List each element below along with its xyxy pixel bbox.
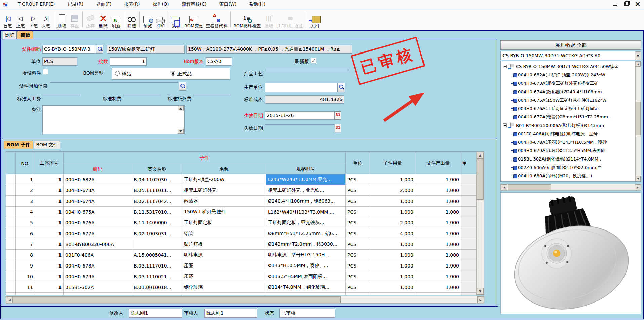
header-output[interactable]: 父件产出量: [415, 152, 461, 174]
table-row[interactable]: 11 1 015BL-302A B.01.0010018... 钢化玻璃 Ø11…: [6, 282, 477, 293]
cell-output[interactable]: 1.000: [415, 196, 461, 207]
cell-code[interactable]: 004H0-674A: [64, 196, 132, 207]
cell-spec[interactable]: Φ143*H10.5MM，喷砂、...: [266, 260, 346, 271]
cell-unit[interactable]: PCS: [346, 174, 370, 185]
cell-name[interactable]: 150W工矿灯悬挂件: [182, 207, 266, 217]
row-selector-cell[interactable]: [6, 239, 16, 250]
std-outsource-input[interactable]: [193, 95, 231, 95]
row-selector-cell[interactable]: [6, 196, 16, 207]
tree-vertical-scrollbar[interactable]: ▲ ▼: [635, 61, 641, 181]
cell-en-name[interactable]: B.02.1003031...: [132, 228, 182, 239]
cell-en-name[interactable]: B.03.1117010...: [132, 260, 182, 271]
production-unit-lookup-icon[interactable]: [337, 83, 345, 92]
toolbar-button[interactable]: [1.审核].通过: [275, 10, 304, 29]
menu-item[interactable]: 报表(R): [118, 0, 147, 9]
cell-en-name[interactable]: [132, 239, 182, 250]
std-overhead-input[interactable]: [123, 95, 160, 95]
tree-item[interactable]: − + 004H0-674A(散热器)(Ø240.4*H108mm，: [501, 87, 641, 96]
table-row[interactable]: 8 1 001F0-406A A.15.0005041... 明纬电源 明纬电源…: [6, 250, 477, 260]
row-selector-cell[interactable]: [6, 293, 16, 296]
cell-qty[interactable]: 2.000: [370, 185, 415, 196]
tree-item[interactable]: − + 002Z0-606A(硅胶圈)(Φ110*Φ2.0mm,白: [501, 163, 641, 172]
cell-seq[interactable]: 1: [35, 293, 64, 296]
tree-collapse-icon[interactable]: −: [503, 65, 507, 68]
toolbar-button[interactable]: 刷新: [110, 10, 122, 29]
cell-en-name[interactable]: B.12.854...: [132, 293, 182, 296]
effective-date-calendar-icon[interactable]: 31: [335, 111, 341, 120]
toolbar-button[interactable]: 新增: [55, 10, 68, 29]
cell-seq[interactable]: 1: [35, 250, 64, 260]
cell-output[interactable]: 1.000: [415, 260, 461, 271]
cell-qty[interactable]: 1.000: [370, 239, 415, 250]
cell-code[interactable]: 001F0-406A: [64, 250, 132, 260]
header-name[interactable]: 名称: [182, 164, 266, 174]
tree-item[interactable]: − + B01-BYB00330-006A(贴片灯板)(Ø143mm: [501, 121, 641, 130]
row-selector-cell[interactable]: [6, 260, 16, 271]
cell-qty[interactable]: 1.000: [370, 271, 415, 282]
toolbar-button[interactable]: 首笔: [1, 10, 14, 29]
cell-spec[interactable]: 明纬电源，型号HLG-150H...: [266, 250, 346, 260]
row-selector-cell[interactable]: [6, 207, 16, 217]
cell-output[interactable]: 1.000: [415, 271, 461, 282]
table-row[interactable]: 3 1 004H0-674A B.02.1117042... 散热器 Ø240.…: [6, 196, 477, 207]
expand-collapse-all-button[interactable]: 展开/收起 全部: [500, 40, 641, 50]
cell-code[interactable]: 002Z0-606A: [64, 293, 132, 296]
expiry-date-input[interactable]: [265, 124, 335, 125]
cell-code[interactable]: 004H0-676A: [64, 217, 132, 228]
cell-name[interactable]: 散热器: [182, 196, 266, 207]
table-row[interactable]: 12 1 002Z0-606A B.12.854... 硅胶圈 Φ110*Φ2.…: [6, 293, 477, 296]
toolbar-button[interactable]: 上笔: [14, 10, 27, 29]
cell-unit[interactable]: PCS: [346, 239, 370, 250]
scroll-thumb[interactable]: [508, 184, 551, 190]
cell-code[interactable]: 004H0-679A: [64, 271, 132, 282]
cell-output[interactable]: 1.000: [415, 250, 461, 260]
scroll-down-icon[interactable]: ▼: [477, 288, 484, 295]
remark-scroll-up-icon[interactable]: ▲: [178, 106, 184, 111]
cell-output[interactable]: 1.000: [415, 239, 461, 250]
scroll-right-icon[interactable]: ►: [635, 184, 641, 190]
cell-spec[interactable]: Ø114*T4.0MM，钢化玻璃...: [266, 282, 346, 293]
cell-code[interactable]: 004H0-675A: [64, 207, 132, 217]
bom-version-dropdown[interactable]: CS-BYB-O-150MW-30D71-WCTKG-A0:CS-A0: [500, 51, 641, 60]
row-selector-cell[interactable]: [6, 174, 16, 185]
cell-spec[interactable]: Φ113.5*H5MM,表面阳极...: [266, 271, 346, 282]
toolbar-button[interactable]: 存盘: [68, 10, 81, 29]
cell-qty[interactable]: 2.000: [370, 217, 415, 228]
cell-spec[interactable]: 工矿灯固定板，亚光铁灰...: [266, 217, 346, 228]
table-row[interactable]: 10 1 004H0-679A B.03.1110021... 压环 Φ113.…: [6, 271, 477, 282]
cell-unit[interactable]: PCS: [346, 185, 370, 196]
table-horizontal-scrollbar[interactable]: ◄ ►: [6, 296, 484, 304]
cell-seq[interactable]: 1: [35, 271, 64, 282]
cell-spec[interactable]: Φ110*Φ2.0，白色硅胶...: [266, 293, 346, 296]
cell-unit[interactable]: PCS: [346, 282, 370, 293]
header-no[interactable]: NO.: [16, 152, 35, 174]
cell-unit[interactable]: PCS: [346, 196, 370, 207]
std-labor-input[interactable]: [42, 95, 80, 95]
cell-spec[interactable]: 相变工矿灯外壳，亚光铁...: [266, 185, 346, 196]
tree-item[interactable]: − + 004H0-682A(工矿灯-顶盖-200W)(L243*W: [501, 71, 641, 79]
cell-unit[interactable]: PCS: [346, 217, 370, 228]
cell-code[interactable]: B01-BYB00330-006A: [64, 239, 132, 250]
scroll-down-icon[interactable]: ▼: [636, 176, 641, 181]
scroll-thumb[interactable]: [636, 102, 641, 135]
scroll-right-icon[interactable]: ►: [477, 296, 484, 303]
toolbar-button[interactable]: 筛选: [125, 10, 138, 29]
scroll-up-icon[interactable]: ▲: [636, 61, 641, 67]
table-row[interactable]: 5 1 004H0-676A B.11.1409000... 工矿灯固定板 工矿…: [6, 217, 477, 228]
cell-qty[interactable]: 4.000: [370, 228, 415, 239]
cell-name[interactable]: 钢化玻璃: [182, 282, 266, 293]
parent-code-input[interactable]: CS-BYB-O-150MW-3: [42, 45, 96, 54]
cell-seq[interactable]: 1: [35, 196, 64, 207]
row-selector-cell[interactable]: [6, 250, 16, 260]
cell-name[interactable]: 贴片灯板: [182, 239, 266, 250]
row-selector-cell[interactable]: [6, 217, 16, 228]
scroll-thumb[interactable]: [13, 296, 341, 303]
header-unit[interactable]: 单位: [346, 152, 370, 174]
cell-en-name[interactable]: B.03.1110021...: [132, 271, 182, 282]
tree-item[interactable]: − + 004H0-679A(压环)(Φ113.5*H5MM,表面阳: [501, 146, 641, 155]
cell-output[interactable]: 1.000: [415, 217, 461, 228]
bom-type-sample-radio[interactable]: [115, 71, 120, 76]
cell-unit[interactable]: PCS: [346, 293, 370, 296]
cell-unit[interactable]: PCS: [346, 260, 370, 271]
cell-output[interactable]: 1.000: [415, 282, 461, 293]
